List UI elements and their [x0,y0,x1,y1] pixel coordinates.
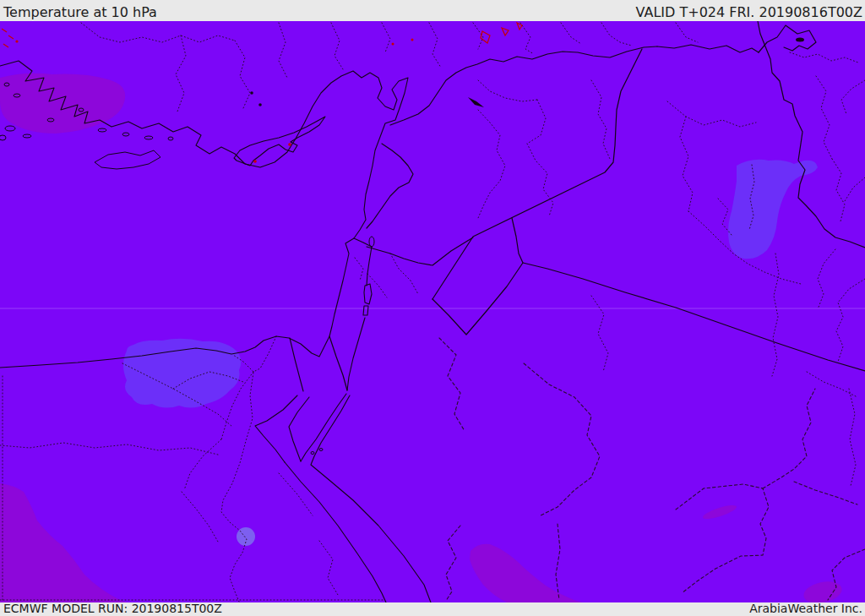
provider-credit: ArabiaWeather Inc. [749,602,862,615]
model-run-label: ECMWF MODEL RUN: 20190815T00Z [3,602,222,615]
credit-bar: ECMWF MODEL RUN: 20190815T00Z ArabiaWeat… [0,602,865,616]
title-bar: Temperature at 10 hPa VALID T+024 FRI. 2… [0,0,865,21]
weather-map-window: Temperature at 10 hPa VALID T+024 FRI. 2… [0,0,865,616]
valid-time-label: VALID T+024 FRI. 20190816T00Z [636,4,862,20]
weather-map [0,0,865,616]
map-title: Temperature at 10 hPa [3,4,157,20]
map-background [0,21,865,602]
